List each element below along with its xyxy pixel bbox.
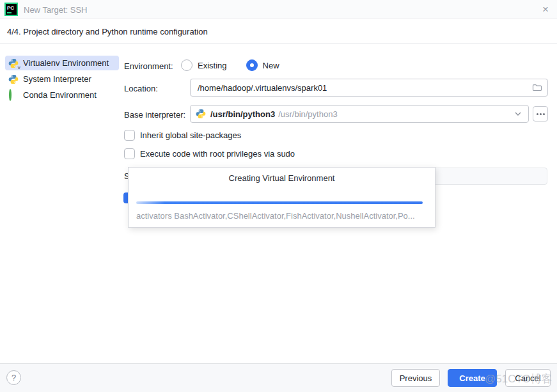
progress-bar — [136, 201, 423, 204]
inherit-site-packages-checkbox[interactable] — [124, 130, 135, 141]
window-title: New Target: SSH — [24, 5, 87, 15]
virtualenv-badge: v — [18, 65, 20, 70]
folder-icon[interactable] — [532, 82, 542, 93]
progress-popup-title: Creating Virtual Environment — [129, 173, 435, 183]
sudo-privileges-checkbox[interactable] — [124, 148, 135, 159]
base-interpreter-combobox[interactable]: /usr/bin/python3 /usr/bin/python3 — [190, 105, 529, 123]
title-bar: PC New Target: SSH × — [0, 0, 557, 19]
sidebar-item-label: System Interpreter — [23, 74, 91, 84]
radio-new[interactable] — [246, 59, 258, 71]
conda-icon — [8, 90, 19, 100]
progress-status-text: activators BashActivator,CShellActivator… — [136, 211, 428, 221]
sidebar-item-label: Virtualenv Environment — [23, 58, 109, 68]
previous-button[interactable]: Previous — [391, 369, 440, 387]
python-virtualenv-icon: v — [8, 58, 19, 68]
python-icon — [196, 109, 206, 119]
sudo-privileges-row: Execute code with root privileges via su… — [124, 148, 295, 159]
help-icon[interactable]: ? — [6, 370, 21, 385]
inherit-site-packages-row: Inherit global site-packages — [124, 130, 241, 141]
chevron-down-icon[interactable] — [513, 109, 523, 119]
pycharm-logo-icon: PC — [4, 3, 18, 16]
python-icon — [8, 74, 19, 84]
creating-venv-progress-popup: Creating Virtual Environment activators … — [128, 167, 435, 228]
close-icon[interactable]: × — [539, 3, 552, 16]
radio-existing-label[interactable]: Existing — [198, 61, 227, 70]
wizard-step-header: 4/4. Project directory and Python runtim… — [0, 20, 557, 43]
inherit-site-packages-label[interactable]: Inherit global site-packages — [140, 130, 241, 140]
radio-new-label[interactable]: New — [263, 61, 279, 70]
radio-existing[interactable] — [181, 59, 192, 71]
environment-radio-group: Existing New — [181, 59, 299, 71]
new-target-ssh-dialog: PC New Target: SSH × 4/4. Project direct… — [0, 0, 557, 392]
base-interpreter-path-hint: /usr/bin/python3 — [278, 109, 338, 119]
create-button[interactable]: Create — [448, 369, 497, 387]
base-interpreter-label: Base interpreter: — [124, 110, 185, 120]
sidebar-item-conda[interactable]: Conda Environment — [5, 88, 119, 102]
location-value: /home/hadoop/.virtualenvs/spark01 — [191, 83, 327, 93]
location-label: Location: — [124, 84, 158, 93]
pycharm-logo-underscore — [7, 12, 12, 13]
sidebar-item-label: Conda Environment — [23, 90, 97, 100]
location-input[interactable]: /home/hadoop/.virtualenvs/spark01 — [190, 79, 548, 97]
sidebar-item-system-interpreter[interactable]: System Interpreter — [5, 72, 119, 86]
sudo-privileges-label[interactable]: Execute code with root privileges via su… — [140, 149, 295, 159]
sidebar-item-virtualenv[interactable]: v Virtualenv Environment — [5, 56, 119, 70]
pycharm-logo-text: PC — [7, 6, 14, 11]
cancel-button[interactable]: Cancel — [505, 369, 551, 387]
base-interpreter-path: /usr/bin/python3 — [206, 109, 275, 119]
browse-interpreter-button[interactable] — [533, 106, 548, 122]
step-title: 4/4. Project directory and Python runtim… — [7, 27, 208, 36]
environment-type-sidebar: v Virtualenv Environment System Interpre… — [0, 55, 122, 104]
environment-label: Environment: — [124, 61, 173, 71]
